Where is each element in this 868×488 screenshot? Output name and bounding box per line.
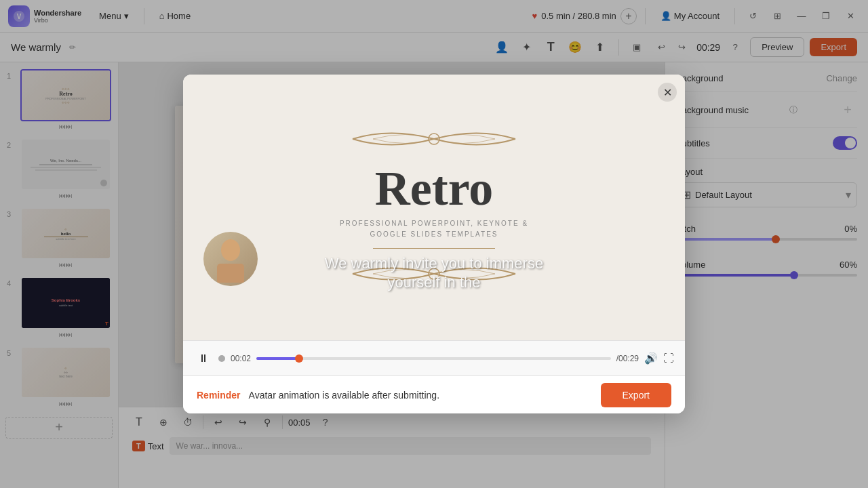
subtitle-text: We warmly invite you to immerse yourself… <box>183 254 685 293</box>
progress-thumb[interactable] <box>295 354 303 363</box>
time-current: 00:02 <box>231 354 251 363</box>
modal-video-area: Retro PROFESSIONAL POWERPOINT, KEYNOTE &… <box>183 75 685 340</box>
pause-button[interactable]: ⏸ <box>194 349 213 368</box>
progress-fill <box>256 357 299 360</box>
modal-overlay[interactable]: ✕ Retro PROFESSIONAL POWERPOINT, KEYNOTE… <box>0 0 868 488</box>
time-total: /00:29 <box>616 354 639 363</box>
retro-design: Retro PROFESSIONAL POWERPOINT, KEYNOTE &… <box>183 75 685 340</box>
fullscreen-icon[interactable]: ⛶ <box>663 352 674 365</box>
progress-indicator <box>218 355 225 362</box>
reminder-text: Avatar animation is available after subm… <box>249 390 593 401</box>
reminder-label: Reminder <box>197 390 241 401</box>
modal-close-button[interactable]: ✕ <box>658 83 677 102</box>
progress-bar[interactable] <box>256 357 611 360</box>
retro-subtitle: PROFESSIONAL POWERPOINT, KEYNOTE &GOOGLE… <box>340 218 528 240</box>
retro-line <box>373 248 495 249</box>
modal-controls: ⏸ 00:02 /00:29 🔊 ⛶ <box>183 340 685 375</box>
preview-modal: ✕ Retro PROFESSIONAL POWERPOINT, KEYNOTE… <box>183 75 685 413</box>
modal-footer: Reminder Avatar animation is available a… <box>183 375 685 413</box>
export-modal-button[interactable]: Export <box>601 383 671 407</box>
retro-ornament-top <box>346 122 522 159</box>
retro-title: Retro <box>375 164 494 213</box>
volume-icon[interactable]: 🔊 <box>644 352 658 365</box>
